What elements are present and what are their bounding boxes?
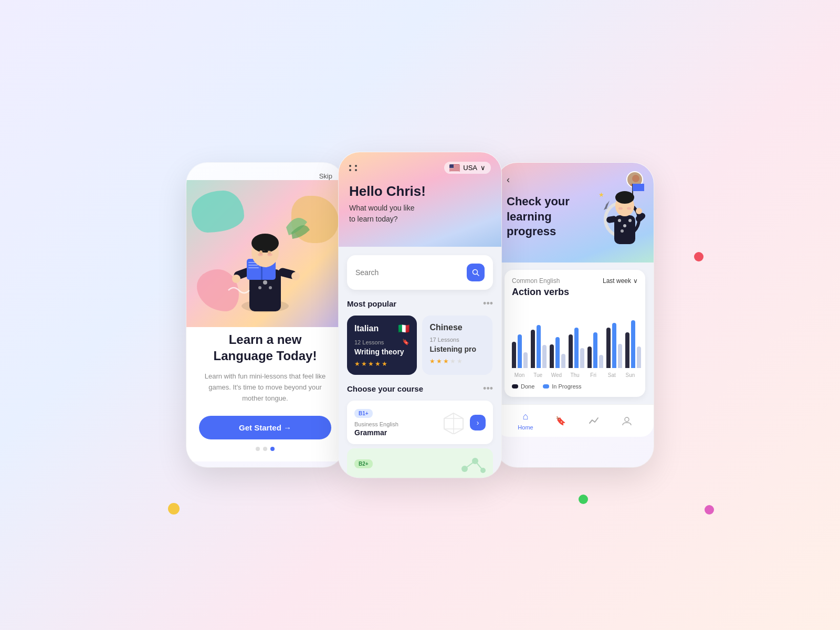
onboarding-title: Learn a newLanguage Today!	[199, 331, 331, 364]
onboarding-illustration	[186, 180, 344, 327]
bar-inprogress	[631, 320, 635, 368]
bg-dot-pink	[705, 505, 714, 514]
star2: ★	[436, 358, 442, 365]
chart-label-tue: Tue	[530, 372, 545, 378]
legend-done-color	[512, 384, 518, 388]
skip-button[interactable]: Skip	[319, 172, 332, 180]
nav-profile[interactable]	[622, 416, 632, 426]
svg-point-52	[621, 229, 624, 233]
most-popular-label: Most popular	[347, 299, 396, 308]
bar-done	[550, 344, 554, 368]
bar-light	[561, 354, 565, 368]
courses-row: Italian 🇮🇹 12 Lessons 🔖 Writing theory ★…	[347, 316, 493, 375]
onboarding-content: Learn a newLanguage Today! Learn with fu…	[186, 317, 344, 461]
choose-card-1[interactable]: B1+ Business English Grammar ›	[347, 401, 493, 444]
bar-inprogress	[555, 337, 560, 368]
choose-label: Choose your course	[347, 384, 423, 393]
progress-character: ★	[596, 178, 648, 254]
bookmark-nav-icon: 🔖	[555, 416, 566, 426]
nav-home-label: Home	[518, 424, 533, 430]
greeting-text: Hello Chris!	[349, 183, 491, 200]
chart-label-wed: Wed	[549, 372, 564, 378]
course-arrow-button[interactable]: ›	[470, 415, 486, 430]
dot-menu-2	[355, 165, 357, 167]
svg-point-21	[291, 272, 300, 280]
svg-line-32	[477, 274, 479, 276]
bg-dot-yellow	[168, 503, 180, 514]
subgreeting: What would you like to learn today?	[349, 203, 491, 225]
bar-chart	[512, 305, 638, 368]
svg-text:★: ★	[598, 191, 604, 198]
progress-title: Check your learning progress	[507, 194, 591, 239]
phones-container: Skip	[186, 152, 654, 478]
course-chinese-meta: 17 Lessons	[429, 337, 485, 343]
chart-label-sun: Sun	[623, 372, 638, 378]
course-card-chinese[interactable]: Chinese 17 Lessons Listening pro ★ ★ ★ ★…	[422, 316, 492, 375]
nav-progress[interactable]	[589, 416, 599, 426]
bar-inprogress	[612, 323, 616, 368]
phone3-body: Common English Last week ∨ Action verbs …	[496, 262, 654, 404]
course-italian-meta: 12 Lessons 🔖	[354, 339, 410, 345]
bar-done	[606, 328, 611, 368]
chart-title: Action verbs	[512, 287, 638, 298]
svg-rect-28	[449, 170, 460, 171]
chart-card: Common English Last week ∨ Action verbs …	[505, 270, 645, 397]
menu-icon[interactable]	[349, 165, 359, 171]
bar-inprogress	[537, 325, 541, 368]
chart-header: Common English Last week ∨	[512, 277, 638, 285]
phone1-header: Skip	[186, 163, 344, 180]
bar-done	[587, 346, 592, 368]
phone3-header-bg: ‹ Check your learning progress	[496, 163, 654, 262]
bar-light	[580, 348, 584, 368]
most-popular-header: Most popular •••	[347, 298, 493, 309]
svg-rect-27	[449, 169, 460, 170]
star5: ★	[457, 358, 463, 365]
course-molecule-icon	[459, 456, 486, 474]
bar-inprogress	[574, 328, 579, 368]
svg-point-3	[263, 280, 267, 285]
back-button[interactable]: ‹	[507, 174, 510, 185]
choose-card-1-category: Business English	[354, 421, 398, 427]
dot-1	[256, 447, 260, 451]
svg-rect-13	[248, 267, 259, 268]
svg-rect-30	[449, 164, 454, 168]
legend-inprogress-color	[543, 384, 549, 388]
choose-card-2[interactable]: B2+	[347, 448, 493, 478]
most-popular-more-icon[interactable]: •••	[483, 298, 493, 309]
phone2-topbar: USA ∨	[349, 162, 491, 174]
bar-group-tue	[531, 325, 547, 368]
star1: ★	[429, 358, 435, 365]
bar-group-wed	[550, 337, 565, 368]
choose-more-icon[interactable]: •••	[483, 383, 493, 394]
chinese-stars: ★ ★ ★ ★ ★	[429, 358, 485, 365]
dot-menu-1	[349, 165, 351, 167]
svg-point-18	[258, 253, 263, 256]
get-started-button[interactable]: Get Started →	[199, 416, 331, 439]
search-box	[347, 255, 493, 290]
chart-labels: MonTueWedThuFriSatSun	[512, 372, 638, 378]
svg-point-51	[628, 219, 632, 222]
choose-course-header: Choose your course •••	[347, 383, 493, 394]
bar-inprogress	[518, 334, 522, 368]
onboarding-character	[218, 196, 312, 327]
svg-point-61	[625, 417, 629, 422]
bg-dot-green	[579, 495, 588, 504]
bar-light	[599, 355, 603, 368]
choose-card-1-info: B1+ Business English Grammar	[354, 408, 398, 437]
legend-in-progress: In Progress	[543, 383, 581, 390]
nav-home[interactable]: ⌂ Home	[518, 411, 533, 430]
svg-point-56	[615, 191, 634, 204]
chart-label-fri: Fri	[586, 372, 601, 378]
course-card-italian[interactable]: Italian 🇮🇹 12 Lessons 🔖 Writing theory ★…	[347, 316, 417, 375]
language-selector[interactable]: USA ∨	[444, 162, 491, 174]
bar-light	[637, 346, 641, 368]
chart-legend: Done In Progress	[512, 383, 638, 390]
period-selector[interactable]: Last week ∨	[603, 277, 638, 285]
bookmark-icon[interactable]: 🔖	[402, 339, 410, 345]
search-input[interactable]	[355, 268, 461, 277]
bg-dot-red	[694, 252, 704, 261]
search-button[interactable]	[467, 264, 485, 281]
italian-stars: ★ ★ ★ ★ ★	[354, 360, 410, 368]
nav-bookmark[interactable]: 🔖	[555, 416, 566, 426]
bottom-nav: ⌂ Home 🔖	[496, 404, 654, 437]
